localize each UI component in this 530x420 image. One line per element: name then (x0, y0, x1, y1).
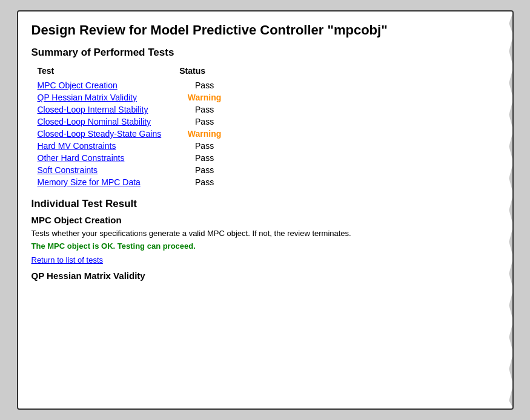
table-row: Other Hard ConstraintsPass (38, 152, 230, 164)
status-cell: Pass (179, 164, 230, 176)
test-link-cell[interactable]: QP Hessian Matrix Validity (38, 91, 180, 103)
table-row: QP Hessian Matrix ValidityWarning (38, 91, 230, 103)
test-link-cell[interactable]: Other Hard Constraints (38, 152, 180, 164)
table-row: MPC Object CreationPass (38, 79, 230, 91)
test-table: Test Status MPC Object CreationPassQP He… (38, 65, 230, 188)
page-container: Design Review for Model Predictive Contr… (17, 10, 514, 410)
status-cell: Pass (179, 79, 230, 91)
test-item-result: The MPC object is OK. Testing can procee… (31, 241, 499, 251)
status-cell: Warning (179, 128, 230, 140)
test-item-mpc-creation: MPC Object Creation Tests whether your s… (31, 215, 499, 264)
table-row: Closed-Loop Nominal StabilityPass (38, 116, 230, 128)
test-link-cell[interactable]: Memory Size for MPC Data (38, 176, 180, 188)
status-cell: Pass (179, 176, 230, 188)
status-cell: Pass (179, 103, 230, 116)
test-link-0[interactable]: MPC Object Creation (38, 80, 118, 90)
test-link-5[interactable]: Hard MV Constraints (38, 141, 116, 151)
test-link-2[interactable]: Closed-Loop Internal Stability (38, 105, 148, 114)
table-row: Soft ConstraintsPass (38, 164, 230, 176)
status-cell: Pass (179, 152, 230, 164)
test-link-cell[interactable]: Closed-Loop Steady-State Gains (38, 128, 180, 140)
table-row: Closed-Loop Internal StabilityPass (38, 103, 230, 116)
test-item-description: Tests whether your specifications genera… (31, 229, 499, 238)
return-to-list-link[interactable]: Return to list of tests (31, 255, 499, 264)
test-link-8[interactable]: Memory Size for MPC Data (38, 177, 141, 187)
col-header-status: Status (179, 65, 230, 79)
test-link-cell[interactable]: Hard MV Constraints (38, 140, 180, 152)
summary-section-title: Summary of Performed Tests (31, 47, 499, 59)
individual-section-title: Individual Test Result (31, 198, 499, 210)
test-link-4[interactable]: Closed-Loop Steady-State Gains (38, 129, 162, 139)
test-link-cell[interactable]: Closed-Loop Internal Stability (38, 103, 180, 116)
next-test-title: QP Hessian Matrix Validity (31, 271, 499, 281)
test-link-3[interactable]: Closed-Loop Nominal Stability (38, 117, 151, 126)
col-header-test: Test (38, 65, 180, 79)
individual-section: Individual Test Result MPC Object Creati… (31, 198, 499, 281)
test-item-title: MPC Object Creation (31, 215, 499, 225)
test-link-cell[interactable]: Closed-Loop Nominal Stability (38, 116, 180, 128)
status-cell: Warning (179, 91, 230, 103)
table-row: Memory Size for MPC DataPass (38, 176, 230, 188)
test-link-1[interactable]: QP Hessian Matrix Validity (38, 93, 137, 102)
test-link-cell[interactable]: Soft Constraints (38, 164, 180, 176)
test-link-cell[interactable]: MPC Object Creation (38, 79, 180, 91)
status-cell: Pass (179, 116, 230, 128)
page-title: Design Review for Model Predictive Contr… (31, 22, 499, 38)
status-cell: Pass (179, 140, 230, 152)
test-link-7[interactable]: Soft Constraints (38, 165, 98, 175)
table-row: Hard MV ConstraintsPass (38, 140, 230, 152)
test-link-6[interactable]: Other Hard Constraints (38, 153, 125, 163)
table-row: Closed-Loop Steady-State GainsWarning (38, 128, 230, 140)
